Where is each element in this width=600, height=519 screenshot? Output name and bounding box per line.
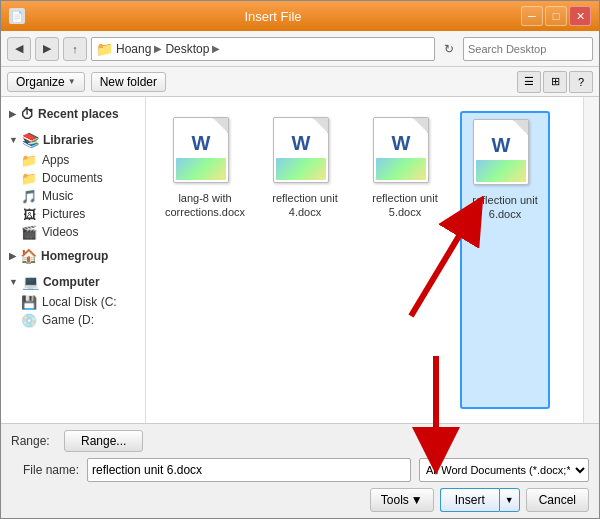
sidebar-recent-header[interactable]: ▶ ⏱ Recent places	[1, 103, 145, 125]
recent-collapse-arrow: ▶	[9, 109, 16, 119]
recent-label: Recent places	[38, 107, 119, 121]
homegroup-label: Homegroup	[41, 249, 108, 263]
search-input[interactable]	[468, 43, 600, 55]
refresh-button[interactable]: ↻	[439, 39, 459, 59]
minimize-button[interactable]: ─	[521, 6, 543, 26]
range-label: Range:	[11, 434, 56, 448]
libraries-collapse-arrow: ▼	[9, 135, 18, 145]
window-title: Insert File	[25, 9, 521, 24]
file-item-3[interactable]: W reflection unit 5.docx	[360, 111, 450, 409]
scrollbar[interactable]	[583, 97, 599, 423]
file-label-2: reflection unit 4.docx	[264, 191, 346, 220]
sidebar-section-homegroup: ▶ 🏠 Homegroup	[1, 245, 145, 267]
view-toggle-button[interactable]: ⊞	[543, 71, 567, 93]
title-bar: 📄 Insert File ─ □ ✕	[1, 1, 599, 31]
breadcrumb-sep2: ▶	[212, 43, 220, 54]
range-row: Range: Range...	[11, 430, 589, 452]
sidebar-item-documents[interactable]: 📁 Documents	[1, 169, 145, 187]
up-button[interactable]: ↑	[63, 37, 87, 61]
pictures-icon: 🖼	[21, 207, 37, 221]
search-bar[interactable]: 🔍	[463, 37, 593, 61]
computer-label: Computer	[43, 275, 100, 289]
sidebar-item-localc[interactable]: 💾 Local Disk (C:	[1, 293, 145, 311]
view-menu-button[interactable]: ☰	[517, 71, 541, 93]
file-item-4[interactable]: W reflection unit 6.docx	[460, 111, 550, 409]
organize-label: Organize	[16, 75, 65, 89]
sidebar-section-computer: ▼ 💻 Computer 💾 Local Disk (C: 💿 Game (D:	[1, 271, 145, 329]
sidebar-item-pictures[interactable]: 🖼 Pictures	[1, 205, 145, 223]
back-button[interactable]: ◀	[7, 37, 31, 61]
new-folder-button[interactable]: New folder	[91, 72, 166, 92]
music-icon: 🎵	[21, 189, 37, 203]
computer-collapse-arrow: ▼	[9, 277, 18, 287]
sidebar-libraries-header[interactable]: ▼ 📚 Libraries	[1, 129, 145, 151]
bottom-buttons-row: Tools ▼ Insert ▼ Cancel	[11, 488, 589, 512]
organize-button[interactable]: Organize ▼	[7, 72, 85, 92]
recent-icon: ⏱	[20, 106, 34, 122]
filename-label: File name:	[11, 463, 79, 477]
sidebar-section-recent: ▶ ⏱ Recent places	[1, 103, 145, 125]
apps-label: Apps	[42, 153, 69, 167]
file-label-1: lang-8 with corrections.docx	[164, 191, 246, 220]
sidebar-item-videos[interactable]: 🎬 Videos	[1, 223, 145, 241]
documents-icon: 📁	[21, 171, 37, 185]
file-icon-4: W	[473, 119, 537, 189]
file-item-2[interactable]: W reflection unit 4.docx	[260, 111, 350, 409]
tools-label: Tools	[381, 493, 409, 507]
bottom-panel: Range: Range... File name: All Word Docu…	[1, 423, 599, 518]
file-icon-3: W	[373, 117, 437, 187]
localc-label: Local Disk (C:	[42, 295, 117, 309]
libraries-icon: 📚	[22, 132, 39, 148]
tools-button[interactable]: Tools ▼	[370, 488, 434, 512]
homegroup-collapse-arrow: ▶	[9, 251, 16, 261]
videos-icon: 🎬	[21, 225, 37, 239]
localc-icon: 💾	[21, 295, 37, 309]
doc-icon-1: W	[173, 117, 229, 183]
gamed-label: Game (D:	[42, 313, 94, 327]
computer-icon: 💻	[22, 274, 39, 290]
sidebar: ▶ ⏱ Recent places ▼ 📚 Libraries 📁 Apps 📁	[1, 97, 146, 423]
view-controls: ☰ ⊞ ?	[517, 71, 593, 93]
cancel-button[interactable]: Cancel	[526, 488, 589, 512]
insert-button-group: Insert ▼	[440, 488, 520, 512]
forward-button[interactable]: ▶	[35, 37, 59, 61]
file-grid: W lang-8 with corrections.docx W ref	[154, 105, 575, 415]
pictures-label: Pictures	[42, 207, 85, 221]
breadcrumb-desktop: Desktop	[165, 42, 209, 56]
file-label-4: reflection unit 6.docx	[466, 193, 544, 222]
sidebar-section-libraries: ▼ 📚 Libraries 📁 Apps 📁 Documents 🎵 Music	[1, 129, 145, 241]
homegroup-icon: 🏠	[20, 248, 37, 264]
tools-dropdown-arrow: ▼	[411, 493, 423, 507]
doc-icon-2: W	[273, 117, 329, 183]
sidebar-computer-header[interactable]: ▼ 💻 Computer	[1, 271, 145, 293]
file-label-3: reflection unit 5.docx	[364, 191, 446, 220]
file-item-1[interactable]: W lang-8 with corrections.docx	[160, 111, 250, 409]
documents-label: Documents	[42, 171, 103, 185]
sidebar-item-apps[interactable]: 📁 Apps	[1, 151, 145, 169]
address-bar[interactable]: 📁 Hoang ▶ Desktop ▶	[91, 37, 435, 61]
file-icon-1: W	[173, 117, 237, 187]
help-button[interactable]: ?	[569, 71, 593, 93]
window-icon: 📄	[9, 8, 25, 24]
music-label: Music	[42, 189, 73, 203]
filename-input[interactable]	[87, 458, 411, 482]
doc-icon-4: W	[473, 119, 529, 185]
file-area: W lang-8 with corrections.docx W ref	[146, 97, 583, 423]
main-content: ▶ ⏱ Recent places ▼ 📚 Libraries 📁 Apps 📁	[1, 97, 599, 423]
new-folder-label: New folder	[100, 75, 157, 89]
breadcrumb-hoang: Hoang	[116, 42, 151, 56]
insert-button[interactable]: Insert	[440, 488, 499, 512]
range-button[interactable]: Range...	[64, 430, 143, 452]
sidebar-item-music[interactable]: 🎵 Music	[1, 187, 145, 205]
libraries-label: Libraries	[43, 133, 94, 147]
filename-row: File name: All Word Documents (*.docx;*.…	[11, 458, 589, 482]
close-button[interactable]: ✕	[569, 6, 591, 26]
apps-icon: 📁	[21, 153, 37, 167]
maximize-button[interactable]: □	[545, 6, 567, 26]
sidebar-homegroup-header[interactable]: ▶ 🏠 Homegroup	[1, 245, 145, 267]
sidebar-item-gamed[interactable]: 💿 Game (D:	[1, 311, 145, 329]
filetype-select[interactable]: All Word Documents (*.docx;*.d	[419, 458, 589, 482]
gamed-icon: 💿	[21, 313, 37, 327]
videos-label: Videos	[42, 225, 78, 239]
insert-dropdown-button[interactable]: ▼	[499, 488, 520, 512]
